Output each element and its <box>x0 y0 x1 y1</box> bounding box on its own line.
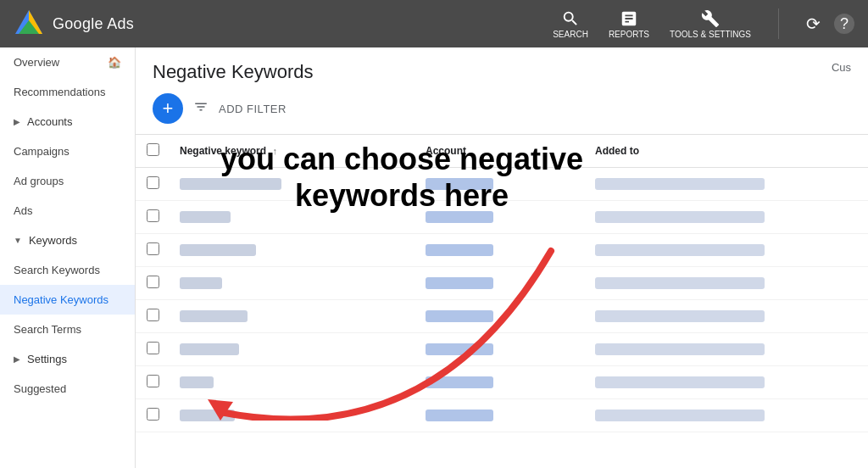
row-checkbox[interactable] <box>147 342 159 354</box>
ads-label: Ads <box>14 204 32 217</box>
table-row <box>136 333 868 366</box>
sidebar-item-overview[interactable]: Overview 🏠 <box>0 47 135 77</box>
search-terms-label: Search Terms <box>14 323 81 336</box>
tools-settings-nav-icon <box>701 9 720 28</box>
header-divider <box>778 8 779 39</box>
sidebar-item-campaigns[interactable]: Campaigns <box>0 136 135 166</box>
table-row <box>136 168 868 201</box>
search-nav-button[interactable]: SEARCH <box>553 9 588 39</box>
sidebar-item-keywords[interactable]: ▼ Keywords <box>0 226 135 255</box>
page-title: Negative Keywords <box>153 61 314 83</box>
row-checkbox[interactable] <box>147 176 159 189</box>
add-button[interactable]: + <box>153 93 183 124</box>
home-icon: 🏠 <box>108 56 121 69</box>
row-checkbox[interactable] <box>147 375 159 387</box>
table-row <box>136 201 868 234</box>
reports-nav-icon <box>620 9 638 28</box>
ad-groups-label: Ad groups <box>14 175 64 187</box>
help-button[interactable]: ? <box>834 14 854 34</box>
sidebar-item-search-terms[interactable]: Search Terms <box>0 315 135 344</box>
table-header-account: Account <box>415 135 585 168</box>
logo-text: Google Ads <box>53 15 134 33</box>
sidebar-item-recommendations[interactable]: Recommendations <box>0 77 135 107</box>
google-ads-logo-icon <box>14 8 44 39</box>
row-checkbox[interactable] <box>147 408 159 421</box>
reports-nav-button[interactable]: REPORTS <box>609 9 649 39</box>
refresh-button[interactable]: ⟳ <box>806 14 821 34</box>
row-checkbox[interactable] <box>147 209 159 222</box>
add-filter-button[interactable]: ADD FILTER <box>219 103 287 115</box>
main-layout: Overview 🏠 Recommendations ▶ Accounts Ca… <box>0 47 868 468</box>
accounts-arrow-icon: ▶ <box>14 117 20 126</box>
row-checkbox[interactable] <box>147 276 159 288</box>
table-row <box>136 267 868 300</box>
sidebar-item-ad-groups[interactable]: Ad groups <box>0 166 135 196</box>
sidebar-item-ads[interactable]: Ads <box>0 196 135 226</box>
table-container: Negative keyword ↑ Account Added to <box>136 135 868 468</box>
negative-keywords-label: Negative Keywords <box>14 293 108 306</box>
logo-area: Google Ads <box>14 8 553 39</box>
sidebar-item-accounts[interactable]: ▶ Accounts <box>0 107 135 136</box>
tools-settings-nav-button[interactable]: TOOLS & SETTINGS <box>670 9 751 39</box>
toolbar: + ADD FILTER <box>153 93 851 134</box>
sidebar-item-suggested[interactable]: Suggested <box>0 374 135 404</box>
settings-arrow-icon: ▶ <box>14 354 20 364</box>
accounts-label: Accounts <box>27 115 72 128</box>
recommendations-label: Recommendations <box>14 86 105 98</box>
content-area: Negative Keywords Cus + ADD FILTER <box>136 47 868 468</box>
campaigns-label: Campaigns <box>14 145 70 158</box>
cus-label: Cus <box>832 61 851 74</box>
row-checkbox[interactable] <box>147 309 159 321</box>
header-icons: SEARCH REPORTS TOOLS & SETTINGS ⟳ ? <box>553 8 854 39</box>
table-header-checkbox <box>136 135 170 168</box>
keywords-label: Keywords <box>29 234 77 247</box>
table-row <box>136 234 868 267</box>
suggested-label: Suggested <box>14 382 66 395</box>
header-action-icons: ⟳ ? <box>806 14 854 34</box>
sidebar-item-settings[interactable]: ▶ Settings <box>0 344 135 374</box>
select-all-checkbox[interactable] <box>147 143 159 156</box>
sidebar: Overview 🏠 Recommendations ▶ Accounts Ca… <box>0 47 136 468</box>
sidebar-item-negative-keywords[interactable]: Negative Keywords <box>0 285 135 315</box>
sidebar-item-search-keywords[interactable]: Search Keywords <box>0 255 135 285</box>
content-header: Negative Keywords Cus + ADD FILTER <box>136 47 868 135</box>
tools-settings-nav-label: TOOLS & SETTINGS <box>670 30 751 39</box>
negative-keywords-table: Negative keyword ↑ Account Added to <box>136 135 868 432</box>
table-header-added-to: Added to <box>585 135 868 168</box>
search-keywords-label: Search Keywords <box>14 264 100 276</box>
table-row <box>136 300 868 333</box>
search-nav-icon <box>561 9 580 28</box>
overview-label: Overview <box>14 56 59 69</box>
search-nav-label: SEARCH <box>553 30 588 39</box>
table-row <box>136 399 868 432</box>
table-row <box>136 366 868 399</box>
reports-nav-label: REPORTS <box>609 30 649 39</box>
sort-arrow-icon: ↑ <box>272 146 277 156</box>
table-header-negative-keyword: Negative keyword ↑ <box>170 135 415 168</box>
keywords-arrow-icon: ▼ <box>14 236 22 245</box>
filter-icon[interactable] <box>193 99 209 118</box>
row-checkbox[interactable] <box>147 242 159 255</box>
top-header: Google Ads SEARCH REPORTS TOOLS & SETTIN… <box>0 0 868 47</box>
settings-label: Settings <box>27 353 67 365</box>
